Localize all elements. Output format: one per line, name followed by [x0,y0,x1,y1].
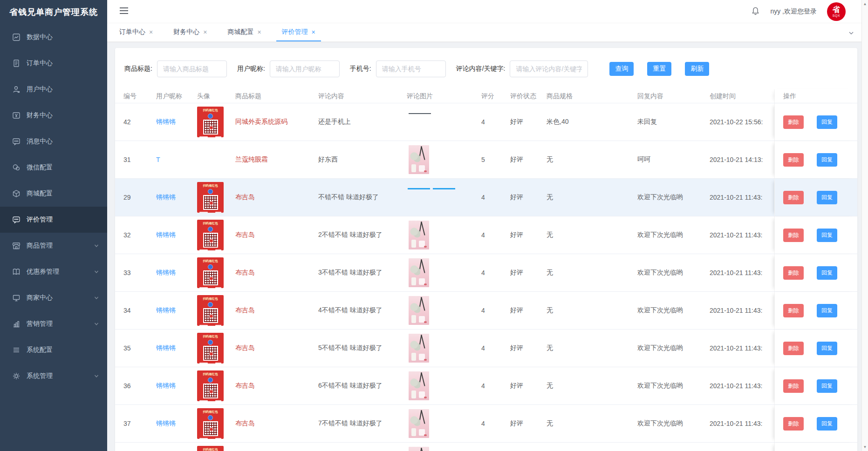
comment-photo[interactable] [409,409,429,438]
sidebar-item-6[interactable]: 商城配置 [0,181,107,207]
column-header: 操作 [774,89,857,103]
phone-input[interactable] [376,61,446,77]
product-link[interactable]: 布吉岛 [235,231,255,238]
reply-button[interactable]: 回复 [817,342,837,355]
sidebar-item-8[interactable]: 商品管理 [0,233,107,259]
sidebar-item-13[interactable]: 系统管理 [0,363,107,389]
user-avatar[interactable]: 省 SQX [827,2,846,21]
scroll-up-icon[interactable]: ▲ [862,2,868,6]
sidebar-item-7[interactable]: 评价管理 [0,207,107,233]
product-link[interactable]: 布吉岛 [235,344,255,351]
nickname-link[interactable]: 锵锵锵 [156,382,176,389]
reset-button[interactable]: 重置 [647,62,671,76]
comment-photo[interactable] [409,258,429,287]
nickname-link[interactable]: 锵锵锵 [156,419,176,427]
close-icon[interactable]: × [149,28,153,36]
comment-photo[interactable] [409,221,429,249]
qr-code [203,120,218,135]
tab-3[interactable]: 评价管理× [276,23,321,41]
cell-comment: 7不错不错 味道好极了 [318,419,407,428]
delete-button[interactable]: 删除 [783,342,804,355]
cell-id: 35 [123,344,156,352]
sidebar-item-2[interactable]: 用户中心 [0,76,107,102]
delete-button[interactable]: 删除 [783,153,804,167]
reply-button[interactable]: 回复 [817,153,837,167]
cell-rating: 4 [473,307,510,314]
nickname-link[interactable]: 锵锵锵 [156,306,176,314]
product-link[interactable]: 兰蔻纯眼霜 [235,155,268,163]
sidebar-item-10[interactable]: 商家中心 [0,285,107,311]
vertical-scrollbar[interactable]: ▲ ▼ [861,0,868,451]
delete-button[interactable]: 删除 [783,417,804,431]
tab-1[interactable]: 财务中心× [168,23,212,41]
tabs: 订单中心×财务中心×商城配置×评价管理× [114,23,330,41]
cell-created: 2021-10-21 11:43: [710,420,784,427]
scroll-down-icon[interactable]: ▼ [862,445,868,449]
message-icon [12,137,21,146]
bell-icon[interactable] [751,7,760,17]
filter-label-product-title: 商品标题: [124,65,152,73]
product-link[interactable]: 同城外卖系统源码 [235,118,287,125]
product-title-input[interactable] [157,61,227,77]
comment-photo[interactable] [409,145,429,174]
cell-spec: 无 [547,155,637,164]
sidebar-item-12[interactable]: 系统配置 [0,337,107,363]
sidebar-item-9[interactable]: 优惠券管理 [0,259,107,285]
hamburger-icon[interactable] [119,7,129,16]
cell-status: 好评 [510,231,547,239]
comment-photo[interactable] [409,296,429,325]
sidebar-item-label: 商品管理 [27,242,53,250]
tab-0[interactable]: 订单中心× [114,23,158,41]
nickname-link[interactable]: 锵锵锵 [156,269,176,276]
sidebar-item-3[interactable]: 财务中心 [0,102,107,128]
comment-photo[interactable] [409,334,429,363]
nickname-link[interactable]: 锵锵锵 [156,231,176,238]
logo-sub: SQX [833,14,840,17]
delete-button[interactable]: 删除 [783,379,804,393]
delete-button[interactable]: 删除 [783,229,804,242]
chevron-down-icon[interactable] [847,29,855,37]
product-link[interactable]: 布吉岛 [235,419,255,427]
nickname-link[interactable]: 锵锵锵 [156,118,176,125]
tab-2[interactable]: 商城配置× [222,23,267,41]
reply-button[interactable]: 回复 [817,191,837,204]
delete-button[interactable]: 删除 [783,266,804,280]
reply-button[interactable]: 回复 [817,229,837,242]
sidebar-item-11[interactable]: 营销管理 [0,311,107,337]
nickname-link[interactable]: 锵锵锵 [156,344,176,351]
delete-button[interactable]: 删除 [783,115,804,129]
reply-button[interactable]: 回复 [817,417,837,431]
sidebar-item-1[interactable]: 订单中心 [0,50,107,76]
nickname-link[interactable]: 锵锵锵 [156,193,176,201]
refresh-button[interactable]: 刷新 [685,62,709,76]
product-link[interactable]: 布吉岛 [235,193,255,201]
reply-button[interactable]: 回复 [817,379,837,393]
product-link[interactable]: 布吉岛 [235,306,255,314]
reply-button[interactable]: 回复 [817,115,837,129]
product-link[interactable]: 布吉岛 [235,269,255,276]
nickname-input[interactable] [270,61,340,77]
close-icon[interactable]: × [312,28,315,36]
cell-created: 2021-10-21 11:43: [710,344,784,352]
comment-photo[interactable] [409,371,429,400]
product-link[interactable]: 布吉岛 [235,382,255,389]
delete-button[interactable]: 删除 [783,304,804,317]
query-button[interactable]: 查询 [609,62,634,76]
reply-button[interactable]: 回复 [817,266,837,280]
sidebar-item-4[interactable]: 消息中心 [0,128,107,155]
comment-photo[interactable] [409,447,429,451]
bar-chart-icon [12,320,21,328]
reply-button[interactable]: 回复 [817,304,837,317]
keyword-input[interactable] [510,61,588,77]
sidebar-item-0[interactable]: 数据中心 [0,24,107,50]
nickname-link[interactable]: T [156,156,160,163]
chart-icon [12,33,21,41]
avatar-badge [208,340,213,345]
table-header: 编号用户昵称头像商品标题评论内容评论图片评分评价状态商品规格回复内容创建时间操作 [115,89,857,103]
close-icon[interactable]: × [257,28,261,36]
delete-button[interactable]: 删除 [783,191,804,204]
table-row: 32锵锵锵扫码领红包布吉岛2不错不错 味道好极了4好评无欢迎下次光临哟2021-… [115,216,857,254]
close-icon[interactable]: × [203,28,207,36]
cell-id: 32 [123,231,156,239]
sidebar-item-5[interactable]: 微信配置 [0,155,107,181]
